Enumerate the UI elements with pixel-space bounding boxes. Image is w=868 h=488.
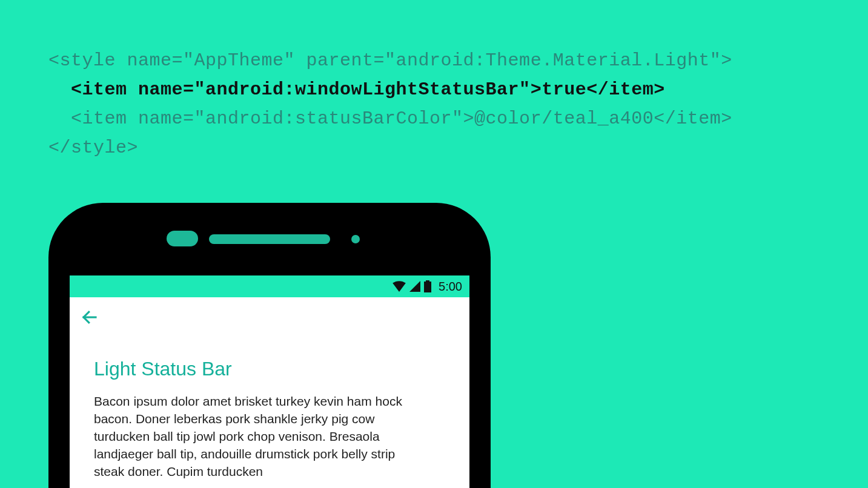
phone-mockup: 5:00 Light Status Bar Bacon ipsum dolor … [48, 203, 491, 488]
battery-icon [424, 280, 431, 292]
app-bar [70, 297, 469, 340]
slide-canvas: <style name="AppTheme" parent="android:T… [0, 0, 868, 488]
code-line-4: </style> [48, 137, 138, 158]
code-line-3: <item name="android:statusBarColor">@col… [48, 108, 732, 129]
cellular-icon [409, 281, 420, 292]
wifi-icon [393, 281, 406, 292]
phone-sensor-left [167, 231, 198, 246]
content-title: Light Status Bar [94, 358, 445, 380]
code-line-2-highlight: <item name="android:windowLightStatusBar… [48, 79, 665, 100]
status-bar-time: 5:00 [439, 280, 462, 294]
back-arrow-icon[interactable] [81, 308, 99, 329]
phone-sensor-right [351, 235, 360, 243]
screen-content: Light Status Bar Bacon ipsum dolor amet … [70, 340, 469, 480]
phone-earpiece [209, 234, 330, 244]
phone-screen: 5:00 Light Status Bar Bacon ipsum dolor … [70, 275, 469, 488]
svg-rect-0 [424, 282, 431, 292]
code-block: <style name="AppTheme" parent="android:T… [48, 46, 732, 162]
code-line-1: <style name="AppTheme" parent="android:T… [48, 50, 732, 71]
content-body: Bacon ipsum dolor amet brisket turkey ke… [94, 392, 421, 480]
status-bar: 5:00 [70, 275, 469, 297]
svg-rect-1 [426, 280, 429, 282]
